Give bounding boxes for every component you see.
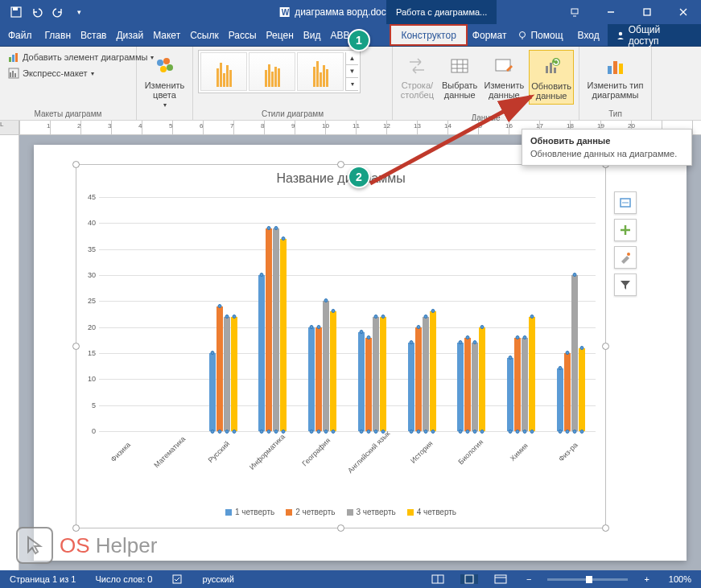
svg-rect-24 [452, 60, 468, 72]
tab-constructor[interactable]: Конструктор [390, 24, 467, 46]
svg-rect-47 [495, 575, 506, 583]
sign-in-button[interactable]: Вход [570, 24, 608, 46]
language-button[interactable]: русский [199, 574, 237, 584]
chart-layout-options-button[interactable] [614, 191, 637, 214]
tab-file[interactable]: Файл [0, 24, 40, 46]
tooltip-title: Обновить данные [530, 136, 683, 146]
resize-handle[interactable] [72, 161, 80, 168]
svg-point-21 [163, 58, 170, 64]
ruler-corner: L [0, 121, 19, 134]
svg-rect-17 [10, 72, 11, 77]
svg-point-41 [627, 253, 630, 256]
tab-insert[interactable]: Встав [76, 24, 111, 46]
annotation-marker-2: 2 [348, 166, 370, 188]
status-bar: Страница 1 из 1 Число слов: 0 русский − … [0, 570, 701, 588]
tab-view[interactable]: Вид [299, 24, 326, 46]
resize-handle[interactable] [337, 524, 344, 532]
page[interactable]: Название диаграммы 051015202530354045 Фи… [34, 145, 687, 561]
person-icon [616, 31, 625, 40]
chart-object[interactable]: Название диаграммы 051015202530354045 Фи… [76, 164, 606, 528]
switch-icon [404, 53, 430, 79]
vertical-ruler[interactable] [0, 135, 19, 570]
svg-rect-5 [571, 9, 578, 14]
ribbon-options-button[interactable] [556, 0, 592, 24]
zoom-out-button[interactable]: − [523, 574, 534, 584]
chart-elements-button[interactable] [614, 219, 637, 241]
change-colors-button[interactable]: Изменить цвета ▾ [142, 50, 188, 112]
group-label-layouts: Макеты диаграмм [5, 108, 131, 118]
chart-styles-button[interactable] [614, 246, 637, 269]
zoom-level[interactable]: 100% [666, 574, 695, 584]
chart-type-icon [603, 53, 629, 79]
spellcheck-button[interactable] [168, 574, 186, 585]
svg-text:W: W [281, 8, 289, 17]
layout-icon [8, 68, 19, 79]
tab-home[interactable]: Главн [40, 24, 76, 46]
tell-me-search[interactable]: Помощ [511, 24, 569, 46]
resize-handle[interactable] [602, 343, 609, 350]
annotation-marker-1: 1 [348, 29, 370, 51]
save-button[interactable] [6, 2, 26, 22]
tab-design[interactable]: Дизай [111, 24, 148, 46]
gallery-expand[interactable]: ▾ [346, 78, 358, 91]
chart-style-1[interactable] [200, 52, 247, 91]
close-button[interactable] [665, 0, 701, 24]
tab-review[interactable]: Рецен [262, 24, 299, 46]
zoom-slider[interactable] [547, 578, 628, 581]
svg-rect-35 [613, 61, 617, 74]
tooltip-refresh-data: Обновить данные Обновление данных на диа… [522, 129, 692, 166]
tab-layout[interactable]: Макет [148, 24, 185, 46]
watermark-logo: OS Helper [16, 527, 157, 564]
gallery-scroll-down[interactable]: ▼ [346, 65, 358, 78]
resize-handle[interactable] [72, 343, 80, 350]
lightbulb-icon [518, 31, 527, 40]
select-data-button[interactable]: Выбрать данные [440, 50, 480, 103]
title-bar: ▾ W диаграмма ворд.docx - Word Работа с … [0, 0, 701, 24]
chart-styles-gallery[interactable]: ▲ ▼ ▾ [198, 50, 361, 93]
chart-element-icon [8, 51, 19, 63]
undo-button[interactable] [27, 2, 47, 22]
read-mode-button[interactable] [428, 574, 447, 584]
chart-tools-context: Работа с диаграмма... [386, 0, 497, 24]
web-layout-button[interactable] [491, 574, 510, 584]
chart-title[interactable]: Название диаграммы [76, 165, 605, 189]
edit-data-button[interactable]: Изменить данные▾ [483, 50, 526, 112]
word-count[interactable]: Число слов: 0 [92, 574, 155, 584]
chart-style-3[interactable] [297, 52, 344, 91]
change-chart-type-button[interactable]: Изменить тип диаграммы [584, 50, 646, 103]
add-chart-element-button[interactable]: Добавить элемент диаграммы▾ [5, 50, 157, 64]
maximize-button[interactable] [629, 0, 665, 24]
svg-point-20 [157, 60, 163, 66]
zoom-in-button[interactable]: + [641, 574, 652, 584]
switch-row-column-button[interactable]: Строка/столбец [398, 50, 437, 103]
group-label-type: Тип [584, 108, 646, 118]
svg-point-22 [167, 64, 173, 71]
chart-x-axis: ФизикаМатематикаРусскийИнформатикаГеогра… [99, 434, 596, 489]
share-button[interactable]: Общий доступ [608, 24, 701, 46]
svg-point-10 [520, 31, 526, 37]
page-count[interactable]: Страница 1 из 1 [6, 574, 79, 584]
group-label-styles: Стили диаграмм [198, 108, 387, 118]
quick-layout-button[interactable]: Экспресс-макет▾ [5, 66, 97, 80]
svg-rect-7 [644, 9, 650, 15]
minimize-button[interactable] [592, 0, 629, 24]
print-layout-button[interactable] [460, 574, 478, 584]
tab-format[interactable]: Формат [468, 24, 512, 46]
qat-customize[interactable]: ▾ [69, 2, 89, 22]
svg-rect-14 [12, 55, 14, 62]
chart-legend[interactable]: 1 четверть2 четверть3 четверть4 четверть [76, 508, 605, 516]
svg-rect-15 [15, 53, 18, 62]
redo-button[interactable] [48, 2, 68, 22]
gallery-scroll-up[interactable]: ▲ [346, 52, 358, 65]
chart-filters-button[interactable] [614, 273, 637, 296]
svg-rect-43 [173, 575, 181, 583]
refresh-data-button[interactable]: Обновить данные [529, 50, 574, 105]
resize-handle[interactable] [602, 524, 609, 532]
tab-references[interactable]: Ссылк [185, 24, 224, 46]
resize-handle[interactable] [337, 161, 344, 168]
chart-plot-area[interactable] [99, 197, 596, 431]
svg-rect-13 [9, 57, 11, 62]
tab-mailings[interactable]: Рассы [224, 24, 262, 46]
svg-rect-46 [465, 575, 473, 583]
chart-style-2[interactable] [249, 52, 295, 91]
